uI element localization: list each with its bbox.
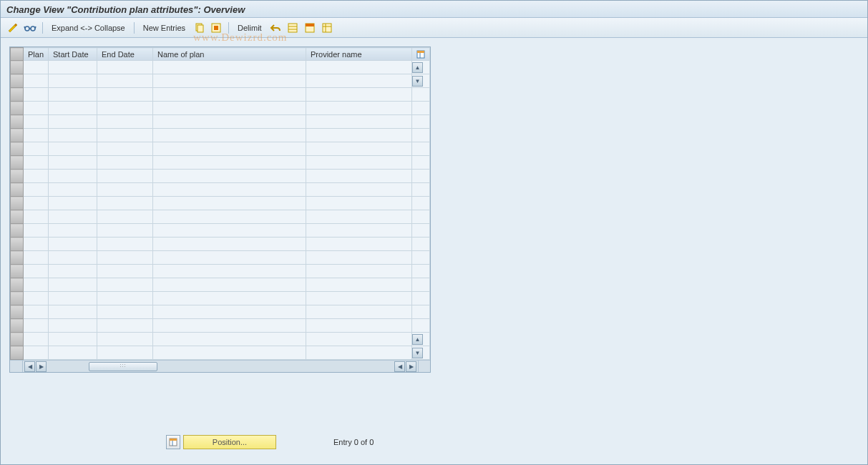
grid-cell[interactable] (24, 224, 49, 238)
grid-cell[interactable] (97, 238, 153, 251)
grid-cell[interactable] (49, 102, 97, 115)
grid-cell[interactable] (24, 278, 49, 292)
grid-cell[interactable] (153, 346, 306, 360)
v-scroll-cell[interactable] (412, 278, 430, 292)
grid-cell[interactable] (97, 156, 153, 170)
grid-cell[interactable] (97, 210, 153, 224)
grid-cell[interactable] (97, 346, 153, 360)
grid-cell[interactable] (153, 238, 306, 251)
glasses-icon[interactable] (24, 21, 36, 34)
grid-cell[interactable] (306, 251, 412, 265)
row-selector[interactable] (11, 129, 24, 142)
grid-cell[interactable] (306, 224, 412, 238)
horizontal-scrollbar[interactable]: ◀ ▶ ::: ◀ ▶ (10, 360, 430, 372)
grid-cell[interactable] (97, 333, 153, 346)
grid-cell[interactable] (97, 102, 153, 115)
grid-cell[interactable] (97, 305, 153, 319)
v-scroll-cell[interactable] (412, 129, 430, 142)
row-selector[interactable] (11, 88, 24, 102)
grid-cell[interactable] (24, 251, 49, 265)
grid-cell[interactable] (49, 210, 97, 224)
grid-cell[interactable] (49, 265, 97, 278)
grid-cell[interactable] (49, 74, 97, 88)
grid-cell[interactable] (306, 210, 412, 224)
grid-cell[interactable] (24, 129, 49, 142)
grid-cell[interactable] (49, 251, 97, 265)
grid-cell[interactable] (153, 278, 306, 292)
position-button[interactable]: Position... (183, 435, 276, 449)
row-selector[interactable] (11, 292, 24, 305)
undo-icon[interactable] (269, 21, 282, 34)
row-selector[interactable] (11, 210, 24, 224)
v-scroll-cell[interactable] (412, 197, 430, 210)
row-selector[interactable] (11, 238, 24, 251)
v-scroll-cell[interactable] (412, 170, 430, 183)
grid-cell[interactable] (97, 319, 153, 333)
copy-icon[interactable] (192, 21, 205, 34)
col-header-end-date[interactable]: End Date (97, 48, 153, 61)
grid-cell[interactable] (97, 224, 153, 238)
grid-cell[interactable] (306, 333, 412, 346)
grid-cell[interactable] (49, 183, 97, 197)
grid-cell[interactable] (153, 61, 306, 74)
scroll-right[interactable]: ◀ (394, 361, 405, 372)
select-all-rows[interactable] (11, 48, 24, 61)
grid-cell[interactable] (97, 129, 153, 142)
scroll-up[interactable]: ▲ (412, 62, 423, 73)
grid-cell[interactable] (24, 170, 49, 183)
grid-cell[interactable] (97, 265, 153, 278)
grid-cell[interactable] (306, 197, 412, 210)
grid-cell[interactable] (306, 88, 412, 102)
grid-cell[interactable] (24, 319, 49, 333)
pencil-glasses-icon[interactable] (6, 21, 19, 34)
row-selector[interactable] (11, 197, 24, 210)
v-scroll-cell[interactable] (412, 265, 430, 278)
row-selector[interactable] (11, 142, 24, 156)
grid-cell[interactable] (24, 305, 49, 319)
grid-cell[interactable] (24, 197, 49, 210)
v-scroll-cell[interactable] (412, 292, 430, 305)
grid-cell[interactable] (153, 197, 306, 210)
grid-cell[interactable] (24, 142, 49, 156)
select-all-icon[interactable] (210, 21, 223, 34)
grid-cell[interactable] (24, 61, 49, 74)
grid-cell[interactable] (24, 115, 49, 129)
grid-cell[interactable] (49, 61, 97, 74)
v-scroll-cell[interactable] (412, 251, 430, 265)
v-scroll-cell[interactable]: ▲ (412, 333, 430, 346)
grid-cell[interactable] (49, 224, 97, 238)
grid-cell[interactable] (97, 74, 153, 88)
grid-cell[interactable] (49, 170, 97, 183)
col-header-name-of-plan[interactable]: Name of plan (153, 48, 306, 61)
grid-cell[interactable] (97, 142, 153, 156)
grid-cell[interactable] (24, 292, 49, 305)
grid-cell[interactable] (306, 74, 412, 88)
scroll-down[interactable]: ▼ (412, 348, 423, 358)
v-scroll-cell[interactable] (412, 183, 430, 197)
grid-cell[interactable] (49, 278, 97, 292)
col-header-start-date[interactable]: Start Date (49, 48, 97, 61)
grid-cell[interactable] (306, 156, 412, 170)
grid-cell[interactable] (153, 156, 306, 170)
grid-cell[interactable] (49, 305, 97, 319)
grid-cell[interactable] (49, 115, 97, 129)
grid-cell[interactable] (97, 197, 153, 210)
grid-cell[interactable] (24, 88, 49, 102)
row-selector[interactable] (11, 251, 24, 265)
grid-cell[interactable] (24, 238, 49, 251)
grid-cell[interactable] (153, 142, 306, 156)
grid-cell[interactable] (153, 224, 306, 238)
new-entries-button[interactable]: New Entries (143, 24, 185, 32)
grid-cell[interactable] (306, 292, 412, 305)
scroll-left[interactable]: ▶ (36, 361, 47, 372)
grid-cell[interactable] (49, 197, 97, 210)
grid-cell[interactable] (306, 265, 412, 278)
grid-cell[interactable] (97, 278, 153, 292)
grid-cell[interactable] (24, 333, 49, 346)
grid-cell[interactable] (153, 115, 306, 129)
grid-cell[interactable] (153, 88, 306, 102)
v-scroll-cell[interactable] (412, 88, 430, 102)
grid-cell[interactable] (306, 319, 412, 333)
scroll-right-end[interactable]: ▶ (406, 361, 416, 372)
grid-cell[interactable] (49, 129, 97, 142)
